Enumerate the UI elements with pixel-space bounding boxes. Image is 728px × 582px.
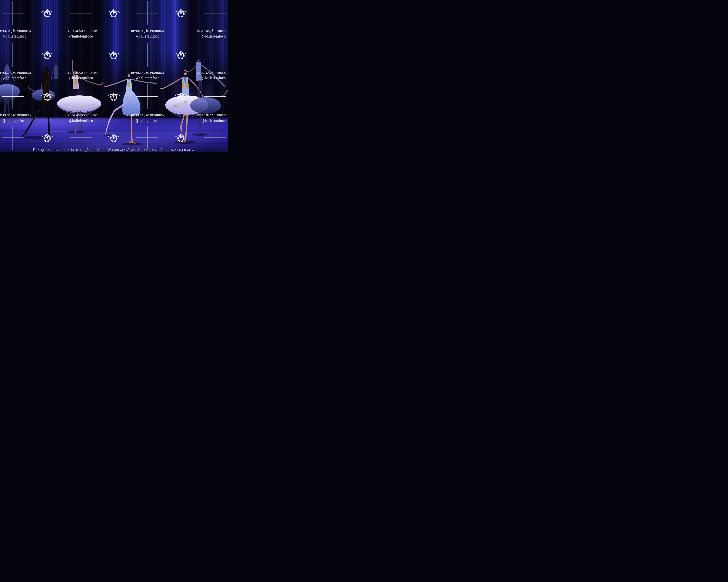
character-dancer-dark bbox=[21, 66, 52, 140]
corps-ballerina-far-left bbox=[0, 63, 20, 116]
corps-dancer-rear-left bbox=[51, 62, 58, 93]
offstage-dancer-hand bbox=[222, 90, 228, 96]
soloist-blue-dress bbox=[105, 73, 159, 143]
trial-protection-notice: Protegido com versão de avaliação do Vis… bbox=[33, 147, 195, 152]
floor-shadows bbox=[0, 116, 208, 145]
ballerina-arm-raised bbox=[57, 60, 103, 133]
stage-photo: DIVULGAÇÃO PROIBIDA @balletemfoco DIVULG… bbox=[0, 0, 228, 152]
dancers-illustration bbox=[0, 0, 228, 152]
